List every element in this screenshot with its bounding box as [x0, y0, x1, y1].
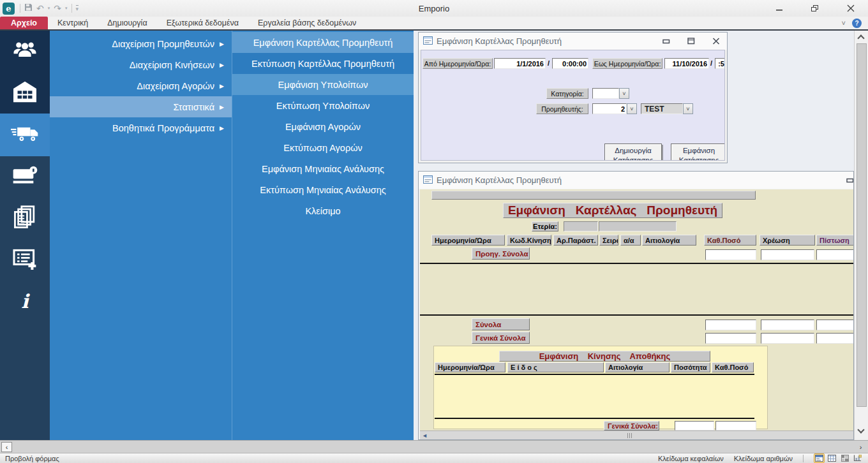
sidebar-item-deliveries[interactable]	[0, 114, 50, 156]
scroll-right-icon[interactable]: ›	[855, 442, 866, 452]
menu-item-purchases-management[interactable]: Διαχείριση Αγορών▶	[50, 75, 232, 96]
menu-item-utilities[interactable]: Βοηθητικά Προγράμματα▶	[50, 117, 232, 138]
redo-icon[interactable]: ↷	[54, 4, 61, 13]
supplier-card-filter-dialog: Εμφάνιση Καρτέλλας Προμηθευτή Από Ημερομ…	[418, 32, 728, 163]
supplier-name-combo[interactable]: TEST	[641, 103, 683, 114]
pivotchart-view-icon[interactable]	[852, 453, 863, 463]
menu-item-print-monthly-analysis[interactable]: Εκτύπωση Μηνιαίας Ανάλυσης	[232, 179, 414, 200]
category-dropdown-icon[interactable]: ˅	[619, 88, 629, 99]
menu-item-print-supplier-card[interactable]: Εκτύπωση Καρτέλλας Προμηθευτή	[232, 53, 414, 74]
supplier-name-dropdown-icon[interactable]: ˅	[683, 103, 693, 114]
category-combo[interactable]	[592, 88, 619, 99]
main-horizontal-scrollbar[interactable]: ‹ ›	[0, 440, 868, 453]
dialog-title: Εμφάνιση Καρτέλλας Προμηθευτή	[437, 36, 562, 46]
save-icon[interactable]	[24, 3, 33, 14]
form-icon	[423, 36, 433, 47]
company-name-field[interactable]	[599, 221, 677, 231]
date-time-separator: /	[548, 59, 550, 67]
to-date-field[interactable]	[664, 58, 709, 69]
menu-item-show-monthly-analysis[interactable]: Εμφάνιση Μηνιαίας Ανάλυσης	[232, 158, 414, 179]
collapse-ribbon-icon[interactable]: ˅	[842, 19, 846, 27]
info-icon: i	[21, 290, 28, 312]
column-header-credit: Πίστωση	[816, 235, 853, 246]
undo-icon[interactable]: ↶	[36, 4, 44, 13]
menu-item-suppliers-management[interactable]: Διαχείριση Προμηθευτών▶	[50, 33, 232, 54]
scrollbar-grip[interactable]	[627, 433, 632, 438]
card-window-titlebar[interactable]: Εμφάνιση Καρτέλλας Προμηθευτή	[419, 172, 853, 189]
undo-dropdown-icon[interactable]: ▾	[48, 6, 50, 11]
menu-item-close[interactable]: Κλείσιμο	[232, 200, 414, 221]
menu-item-show-purchases[interactable]: Εμφάνιση Αγορών	[232, 116, 414, 137]
header-bar	[431, 191, 756, 200]
sidebar-item-payments[interactable]	[0, 156, 50, 198]
help-icon[interactable]: ?	[852, 18, 862, 28]
menu-item-statistics[interactable]: Στατιστικά▶	[50, 96, 232, 117]
previous-credit-total-field[interactable]	[816, 249, 853, 260]
tab-external-data[interactable]: Εξωτερικά δεδομένα	[157, 17, 248, 29]
app-logo-icon[interactable]: e	[3, 3, 15, 15]
scroll-left-icon[interactable]: ‹	[1, 442, 12, 452]
submenu-arrow-icon: ▶	[220, 62, 224, 68]
show-report-button[interactable]: Εμφάνιση Κατάστασης	[671, 143, 725, 161]
minimize-window-icon[interactable]	[771, 3, 788, 14]
subform-net-total-field[interactable]	[715, 421, 756, 430]
credit-total-field[interactable]	[816, 320, 853, 330]
supplier-code-dropdown-icon[interactable]: ˅	[627, 103, 637, 114]
from-date-field[interactable]	[494, 58, 546, 69]
scroll-up-icon[interactable]	[858, 33, 864, 41]
close-window-icon[interactable]	[842, 3, 859, 14]
menu-item-show-supplier-card[interactable]: Εμφάνιση Καρτέλλας Προμηθευτή	[232, 32, 414, 53]
create-report-button[interactable]: Δημιουργία Κατάστασης	[604, 143, 662, 161]
minimize-dialog-icon[interactable]	[662, 36, 670, 47]
menu-item-print-purchases[interactable]: Εκτύπωση Αγορών	[232, 137, 414, 158]
net-total-field[interactable]	[705, 320, 756, 330]
card-window-horizontal-scrollbar[interactable]: ◄	[420, 430, 853, 439]
sidebar-item-new-entry[interactable]	[0, 239, 50, 281]
sidebar: i	[0, 31, 50, 440]
minimize-card-window-icon[interactable]	[846, 175, 854, 186]
redo-dropdown-icon[interactable]: ▾	[65, 6, 68, 11]
datasheet-view-icon[interactable]	[827, 453, 837, 463]
subform-grand-totals-label: Γενικά Σύνολα:	[604, 421, 659, 430]
form-view-icon[interactable]	[814, 453, 825, 463]
scroll-left-icon[interactable]: ◄	[421, 432, 429, 439]
company-code-field[interactable]	[564, 221, 598, 231]
debit-total-field[interactable]	[761, 320, 814, 330]
to-time-field[interactable]	[715, 58, 725, 69]
grand-credit-total-field[interactable]	[816, 333, 853, 344]
column-header-series: Σειρά	[599, 235, 618, 246]
scroll-down-icon[interactable]	[858, 429, 864, 432]
supplier-code-combo[interactable]: 2	[592, 103, 627, 114]
pivottable-view-icon[interactable]	[839, 453, 850, 463]
sidebar-item-warehouse[interactable]	[0, 72, 50, 114]
sidebar-item-info[interactable]: i	[0, 281, 50, 322]
submenu-arrow-icon: ▶	[220, 41, 224, 47]
sidebar-item-documents[interactable]	[0, 198, 50, 239]
dialog-titlebar[interactable]: Εμφάνιση Καρτέλλας Προμηθευτή	[419, 33, 727, 50]
tab-home[interactable]: Κεντρική	[48, 17, 98, 29]
previous-debit-total-field[interactable]	[761, 249, 814, 260]
tab-database-tools[interactable]: Εργαλεία βάσης δεδομένων	[248, 17, 366, 29]
main-vertical-scrollbar[interactable]	[854, 31, 868, 440]
from-time-field[interactable]	[552, 58, 588, 69]
previous-net-total-field[interactable]	[705, 249, 756, 260]
subform-column-reason: Αιτιολογία	[605, 362, 670, 372]
menu-item-print-balances[interactable]: Εκτύπωση Υπολοίπων	[232, 95, 414, 116]
restore-window-icon[interactable]	[807, 3, 823, 14]
customize-quick-access-icon[interactable]: ▾	[76, 5, 79, 12]
grand-debit-total-field[interactable]	[761, 333, 814, 344]
tab-file[interactable]: Αρχείο	[0, 17, 48, 29]
menu-item-movements-management[interactable]: Διαχείριση Κινήσεων▶	[50, 54, 232, 75]
close-dialog-icon[interactable]	[712, 36, 720, 47]
restore-dialog-icon[interactable]	[687, 36, 695, 47]
vertical-scrollbar-thumb[interactable]	[857, 43, 867, 407]
divider	[71, 4, 72, 13]
menu-level2: Εμφάνιση Καρτέλλας Προμηθευτή Εκτύπωση Κ…	[232, 31, 414, 440]
menu-item-show-balances[interactable]: Εμφάνιση Υπολοίπων	[232, 74, 414, 95]
grand-net-total-field[interactable]	[705, 333, 756, 344]
sidebar-item-suppliers[interactable]	[0, 31, 50, 72]
date-time-separator: /	[710, 59, 712, 67]
tab-create[interactable]: Δημιουργία	[98, 17, 156, 29]
subform-quantity-total-field[interactable]	[675, 421, 714, 430]
window-controls	[771, 3, 859, 14]
